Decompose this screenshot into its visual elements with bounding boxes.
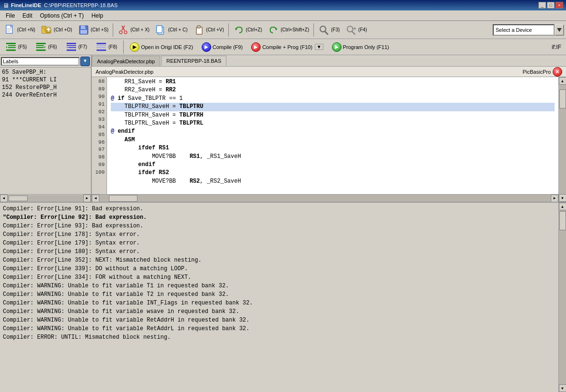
paste-button[interactable]: (Ctrl +V) [191, 22, 226, 38]
output-line: Compiler: Error[Line 352]: NEXT: Mismatc… [3, 256, 556, 265]
new-icon [4, 24, 16, 36]
code-hscroll-track[interactable] [99, 195, 551, 202]
menu-file[interactable]: File [2, 11, 19, 20]
output-line: Compiler: Error[Line 180]: Syntax error. [3, 247, 556, 256]
left-scroll-left[interactable]: ◄ [0, 195, 8, 202]
cut-button[interactable]: (Ctrl + X) [115, 22, 152, 38]
code-vscroll-thumb[interactable] [559, 89, 566, 108]
svg-marker-31 [354, 27, 356, 30]
comment-label: (F7) [78, 44, 87, 49]
code-scroll-up[interactable]: ▲ [559, 77, 566, 85]
left-panel: ▼ 65 SavePBP_H: 91 ***CURRENT LI 152 Res… [0, 55, 92, 202]
uncomment-label: (F8) [108, 44, 117, 49]
svg-rect-41 [36, 49, 46, 51]
uncomment-button[interactable]: (F8) [92, 40, 120, 54]
output-line: Compiler: Error[Line 334]: FOR without a… [3, 273, 556, 282]
output-vscroll-track[interactable] [559, 210, 566, 384]
menu-options[interactable]: Options (Ctrl + T) [36, 11, 88, 20]
tab-reenter[interactable]: REENTERPBP-18.BAS [161, 56, 227, 66]
editor-header: AnalogPeakDetector.pbp PicBasicPro × [92, 67, 566, 77]
output-line: Compiler: WARNING: Unable to fit variabl… [3, 299, 556, 307]
code-panel: AnalogPeakDetector.pbp REENTERPBP-18.BAS… [92, 55, 566, 202]
open-ide-label: Open in Origi IDE (F2) [141, 44, 193, 50]
indent-button[interactable]: (F5) [2, 40, 30, 54]
list-item[interactable]: 152 RestorePBP_H [1, 84, 90, 91]
maximize-btn[interactable]: □ [547, 2, 555, 9]
svg-rect-14 [85, 26, 86, 28]
program-button[interactable]: ▶ Program Only (F11) [329, 40, 392, 54]
code-content[interactable]: RR1_SaveH = RR1 RR2_SaveH = RR2 @ if Sav… [107, 77, 558, 194]
svg-rect-40 [36, 47, 44, 48]
indent-label: (F5) [18, 44, 27, 49]
left-scroll-right[interactable]: ► [83, 195, 91, 202]
code-line-100: MOVE?BB RS2, _RS2_SaveH [111, 177, 555, 186]
svg-rect-33 [6, 43, 16, 44]
code-scroll-left[interactable]: ◄ [92, 195, 99, 202]
output-line: Compiler: Error[Line 93]: Bad expression… [3, 222, 556, 230]
output-scroll-down[interactable]: ▼ [559, 384, 566, 392]
editor-scroll-container: 88 89 90 91 92 93 94 95 96 97 98 99 100 [92, 77, 558, 202]
close-editor-button[interactable]: × [553, 67, 562, 77]
undo-icon [233, 24, 244, 36]
output-content[interactable]: Compiler: Error[Line 91]: Bad expression… [0, 203, 558, 392]
compile-prog-button[interactable]: ▶ Compile + Prog (F10) ▼ [248, 40, 326, 54]
svg-marker-24 [235, 29, 237, 30]
code-line-96: ifdef RS1 [111, 144, 555, 152]
undo-button[interactable]: (Ctrl+Z) [231, 22, 264, 38]
tab-analog[interactable]: AnalogPeakDetector.pbp [92, 56, 160, 66]
svg-point-19 [124, 31, 127, 34]
find-next-button[interactable]: (F4) [343, 22, 369, 38]
output-area: Compiler: Error[Line 91]: Bad expression… [0, 203, 566, 392]
output-line: Compiler: WARNING: Unable to fit variabl… [3, 282, 556, 290]
output-scroll-up[interactable]: ▲ [559, 203, 566, 210]
editor-mode: PicBasicPro [523, 69, 551, 75]
copy-button[interactable]: (Ctrl + C) [153, 22, 190, 38]
code-line-92: TBLPTRH_SaveH = TBLPTRH [111, 111, 555, 119]
output-vscroll-thumb[interactable] [559, 211, 566, 230]
code-line-97: MOVE?BB RS1, _RS1_SaveH [111, 153, 555, 161]
output-line: Compiler: WARNING: Unable to fit variabl… [3, 290, 556, 299]
device-select-input[interactable]: Select a Device [493, 24, 555, 36]
list-item[interactable]: 65 SavePBP_H: [1, 69, 90, 76]
menu-edit[interactable]: Edit [19, 11, 36, 20]
output-line: Compiler: WARNING: Unable to fit variabl… [3, 324, 556, 333]
unindent-label: (F6) [48, 44, 57, 49]
list-item[interactable]: 91 ***CURRENT LI [1, 76, 90, 84]
svg-rect-21 [156, 26, 162, 33]
compile-prog-label: Compile + Prog (F10) [262, 44, 312, 50]
svg-marker-42 [44, 46, 45, 48]
filepath: C:\PBP\REENTERPBP-18.BAS [44, 2, 118, 8]
sep4 [123, 40, 124, 54]
comment-button[interactable]: // (F7) [62, 40, 90, 54]
menu-help[interactable]: Help [88, 11, 107, 20]
svg-rect-49 [97, 45, 106, 46]
redo-button[interactable]: (Ctrl+Shift+Z) [265, 22, 312, 38]
find-button[interactable]: (F3) [316, 22, 342, 38]
minimize-btn[interactable]: _ [538, 2, 546, 9]
open-button[interactable]: (Ctrl +O) [39, 22, 75, 38]
list-item[interactable]: 244 OverReEnterH [1, 91, 90, 99]
code-hscroll-thumb[interactable] [109, 195, 137, 202]
code-vscroll-track[interactable] [559, 85, 566, 194]
svg-rect-48 [97, 43, 106, 44]
save-button[interactable]: (Ctrl +S) [76, 22, 111, 38]
labels-dropdown[interactable] [1, 57, 79, 66]
open-ide-button[interactable]: ▶ Open in Origi IDE (F2) [127, 40, 196, 54]
code-line-99: ifdef RS2 [111, 169, 555, 177]
labels-dropdown-button[interactable]: ▼ [80, 57, 90, 66]
code-scroll-right[interactable]: ► [551, 195, 558, 202]
device-dropdown-button[interactable] [555, 24, 564, 36]
copy-label: (Ctrl + C) [168, 27, 187, 32]
close-btn[interactable]: × [556, 2, 563, 9]
sep3 [313, 23, 314, 37]
output-line: Compiler: Error[Line 91]: Bad expression… [3, 205, 556, 213]
compile-button[interactable]: ▶ Compile (F9) [198, 40, 246, 54]
left-panel-list: 65 SavePBP_H: 91 ***CURRENT LI 152 Resto… [0, 68, 91, 194]
new-button[interactable]: (Ctrl +N) [2, 22, 38, 38]
app-title: FineLineIDE [11, 2, 41, 8]
compile-prog-dropdown-icon[interactable]: ▼ [315, 44, 323, 50]
redo-label: (Ctrl+Shift+Z) [281, 27, 309, 32]
code-scroll-down[interactable]: ▼ [559, 194, 566, 202]
unindent-button[interactable]: (F6) [32, 40, 60, 54]
toolbar2: (F5) (F6) // (F7) [0, 39, 566, 55]
